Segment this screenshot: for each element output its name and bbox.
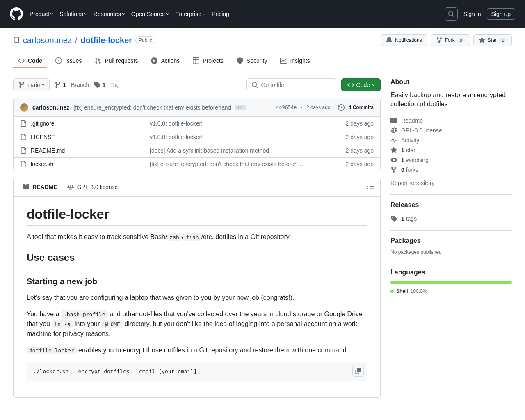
- chevron-down-icon: [50, 12, 53, 15]
- languages-heading: Languages: [390, 269, 512, 276]
- search-icon: [251, 82, 258, 88]
- book-icon: [23, 184, 29, 190]
- fork-button[interactable]: Fork0: [431, 34, 470, 46]
- file-row: .gitignorev1.0.0: dotfile-locker!2 days …: [14, 116, 380, 130]
- code-icon: [18, 57, 25, 64]
- license-link[interactable]: GPL-3.0 license: [390, 126, 512, 135]
- go-to-file-input[interactable]: [246, 78, 336, 91]
- tab-pull-requests[interactable]: Pull requests: [90, 54, 143, 68]
- visibility-badge: Public: [135, 36, 155, 44]
- readme-tab[interactable]: README: [18, 178, 62, 196]
- language-item[interactable]: Shell100.0%: [390, 288, 512, 294]
- stars-link[interactable]: 1 star: [390, 145, 512, 155]
- tab-security[interactable]: Security: [232, 54, 272, 68]
- chevron-down-icon: [372, 83, 375, 86]
- star-button[interactable]: Star1: [473, 34, 512, 46]
- search-button[interactable]: [445, 7, 458, 21]
- file-row: locker.sh[fix] ensure_encrypted: don't c…: [14, 157, 380, 171]
- branches-link[interactable]: 1 Branch: [55, 82, 89, 88]
- commit-sha-link[interactable]: 4c9654e: [276, 105, 297, 110]
- tab-actions[interactable]: Actions: [146, 54, 185, 68]
- nav-product[interactable]: Product: [30, 11, 53, 17]
- copy-icon: [355, 368, 361, 374]
- pulse-icon: [390, 137, 397, 144]
- tag-icon: [94, 82, 100, 88]
- chevron-down-icon: [203, 12, 205, 15]
- file-icon: [20, 120, 27, 127]
- expand-commit-button[interactable]: •••: [235, 105, 246, 110]
- file-commit-msg-link[interactable]: v1.0.0: dotfile-locker!: [150, 134, 339, 140]
- repo-header: carlosonunez / dotfile-locker Public Not…: [0, 28, 525, 68]
- law-icon: [67, 184, 74, 190]
- readme-p1: Let's say that you are configuring a lap…: [27, 293, 367, 303]
- file-date: 2 days ago: [346, 120, 374, 127]
- readme-h3-starting: Starting a new job: [27, 277, 367, 286]
- nav-open-source[interactable]: Open Source: [131, 11, 169, 17]
- code-button[interactable]: Code: [341, 78, 381, 91]
- sign-in-link[interactable]: Sign in: [463, 11, 481, 17]
- file-date: 2 days ago: [346, 161, 374, 167]
- commit-message-link[interactable]: [fix] ensure_encrypted: don't check that…: [73, 104, 231, 111]
- tags-link[interactable]: 1 Tag: [94, 82, 119, 88]
- file-name-link[interactable]: .gitignore: [20, 120, 143, 127]
- github-logo-icon[interactable]: [10, 7, 23, 21]
- file-commit-msg-link[interactable]: [docs] Add a symlink-based installation …: [150, 147, 339, 154]
- nav-solutions[interactable]: Solutions: [59, 11, 87, 17]
- copy-button[interactable]: [352, 365, 364, 377]
- commits-count-link[interactable]: 4 Commits: [349, 105, 374, 110]
- readme-p2: You have a .bash_profile and other dot-f…: [27, 309, 367, 339]
- tags-link-side[interactable]: 1 tags: [390, 214, 512, 224]
- law-icon: [390, 127, 397, 134]
- readme-intro: A tool that makes it easy to track sensi…: [27, 232, 367, 242]
- tag-icon: [390, 215, 397, 222]
- readme-codeblock: ./locker.sh --encrypt dotfiles --email […: [27, 362, 367, 381]
- file-name-link[interactable]: README.md: [20, 147, 143, 154]
- tab-issues[interactable]: Issues: [50, 54, 87, 68]
- license-tab[interactable]: GPL-3.0 license: [62, 178, 123, 196]
- latest-commit-row: carlosonunez [fix] ensure_encrypted: don…: [14, 98, 380, 116]
- outline-button[interactable]: [365, 181, 376, 194]
- readme-p3: dotfile-locker enables you to encrypt th…: [27, 345, 367, 355]
- search-icon: [448, 11, 454, 17]
- file-icon: [20, 161, 27, 167]
- file-icon: [20, 147, 27, 154]
- tab-insights[interactable]: Insights: [275, 54, 315, 68]
- file-name-link[interactable]: locker.sh: [20, 161, 143, 167]
- chevron-down-icon: [166, 12, 169, 15]
- nav-enterprise[interactable]: Enterprise: [175, 11, 205, 17]
- releases-heading: Releases: [390, 201, 512, 209]
- pr-icon: [95, 57, 101, 64]
- file-name-link[interactable]: LICENSE: [20, 134, 143, 140]
- readme-content: dotfile-locker A tool that makes it easy…: [14, 197, 380, 397]
- repo-icon: [13, 37, 20, 43]
- fork-icon: [436, 37, 443, 43]
- commit-author-link[interactable]: carlosonunez: [32, 104, 69, 111]
- global-header: ProductSolutionsResourcesOpen SourceEnte…: [0, 0, 525, 28]
- readme-title: dotfile-locker: [27, 207, 367, 226]
- activity-link[interactable]: Activity: [390, 135, 512, 145]
- watching-link[interactable]: 1 watching: [390, 155, 512, 165]
- tab-projects[interactable]: Projects: [188, 54, 228, 68]
- notifications-button[interactable]: Notifications: [381, 34, 427, 46]
- branch-select-button[interactable]: main: [13, 78, 50, 91]
- avatar[interactable]: [20, 103, 28, 112]
- play-icon: [151, 57, 158, 64]
- forks-link[interactable]: 0 forks: [390, 165, 512, 175]
- list-icon: [367, 183, 374, 190]
- nav-resources[interactable]: Resources: [94, 11, 125, 17]
- repo-name-link[interactable]: dotfile-locker: [81, 36, 132, 45]
- file-commit-msg-link[interactable]: [fix] ensure_encrypted: don't check that…: [150, 161, 339, 167]
- file-commit-msg-link[interactable]: v1.0.0: dotfile-locker!: [150, 120, 339, 127]
- tab-code[interactable]: Code: [13, 54, 47, 68]
- nav-pricing[interactable]: Pricing: [212, 11, 229, 17]
- about-description: Easily backup and restore an encrypted c…: [390, 91, 512, 109]
- bell-icon: [386, 37, 393, 43]
- separator: /: [75, 36, 78, 45]
- report-link[interactable]: Report repository: [390, 178, 512, 188]
- branch-icon: [18, 82, 25, 88]
- readme-link[interactable]: Readme: [390, 116, 512, 126]
- issue-icon: [55, 57, 62, 64]
- owner-link[interactable]: carlosonunez: [23, 36, 72, 45]
- file-date: 2 days ago: [346, 147, 374, 154]
- sign-up-button[interactable]: Sign up: [487, 8, 515, 20]
